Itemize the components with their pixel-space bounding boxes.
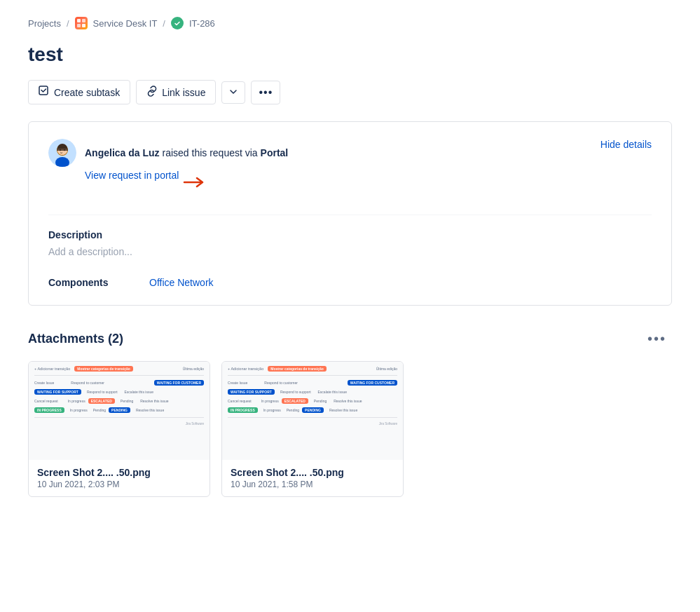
hide-details-button[interactable]: Hide details (601, 139, 652, 150)
attachment-date: 10 Jun 2021, 1:58 PM (231, 480, 394, 489)
requester-info: Angelica da Luz raised this request via … (48, 139, 288, 167)
attachment-name: Screen Shot 2.... .50.png (231, 467, 394, 478)
avatar (48, 139, 76, 167)
attachment-info: Screen Shot 2.... .50.png 10 Jun 2021, 1… (222, 460, 403, 496)
issue-type-icon (171, 17, 184, 29)
create-subtask-button[interactable]: Create subtask (28, 80, 130, 104)
attachment-thumbnail: + Adicionar transição Mostrar categorias… (222, 362, 403, 460)
breadcrumb: Projects / Service Desk IT / IT-286 (28, 17, 672, 29)
attachments-title: Attachments (2) (28, 332, 123, 346)
svg-rect-2 (77, 24, 81, 27)
more-icon: ••• (259, 86, 273, 99)
service-desk-icon (75, 17, 88, 29)
link-issue-button[interactable]: Link issue (136, 80, 216, 104)
requester-text: Angelica da Luz raised this request via … (85, 147, 288, 158)
svg-rect-3 (82, 24, 85, 27)
svg-rect-1 (82, 19, 85, 22)
description-placeholder[interactable]: Add a description... (48, 246, 652, 257)
attachments-header: Attachments (2) ••• (28, 328, 672, 350)
svg-point-11 (64, 149, 65, 151)
attachments-more-button[interactable]: ••• (642, 328, 672, 350)
attachments-section: Attachments (2) ••• + Adicionar transiçã… (28, 328, 672, 497)
detail-card: Angelica da Luz raised this request via … (28, 121, 672, 306)
breadcrumb-service-desk[interactable]: Service Desk IT (93, 18, 158, 29)
page-title: test (28, 43, 672, 66)
more-options-button[interactable]: ••• (251, 81, 280, 104)
link-issue-label: Link issue (162, 87, 205, 98)
requester-row: Angelica da Luz raised this request via … (48, 139, 652, 167)
components-row: Components Office Network (48, 274, 652, 288)
toolbar: Create subtask Link issue ••• (28, 80, 672, 104)
attachment-date: 10 Jun 2021, 2:03 PM (37, 480, 201, 489)
components-label: Components (48, 277, 132, 288)
component-value[interactable]: Office Network (149, 277, 214, 288)
breadcrumb-sep1: / (67, 18, 69, 29)
view-portal-link[interactable]: View request in portal (85, 170, 179, 181)
attachment-card[interactable]: + Adicionar transição Mostrar categorias… (28, 361, 210, 497)
create-subtask-icon (39, 86, 50, 99)
dropdown-button[interactable] (221, 81, 245, 104)
view-portal-wrapper: View request in portal (85, 170, 652, 198)
breadcrumb-projects[interactable]: Projects (28, 18, 61, 29)
create-subtask-label: Create subtask (54, 87, 120, 98)
breadcrumb-sep2: / (163, 18, 165, 29)
svg-rect-5 (39, 86, 48, 95)
attachment-name: Screen Shot 2.... .50.png (37, 467, 201, 478)
attachment-info: Screen Shot 2.... .50.png 10 Jun 2021, 2… (29, 460, 210, 496)
requester-name: Angelica da Luz (85, 147, 160, 158)
breadcrumb-issue[interactable]: IT-286 (189, 18, 215, 29)
portal-label: Portal (261, 147, 289, 158)
attachment-card[interactable]: + Adicionar transição Mostrar categorias… (221, 361, 404, 497)
chevron-down-icon (229, 87, 238, 98)
description-label: Description (48, 229, 652, 240)
svg-rect-0 (77, 19, 81, 22)
description-section: Description Add a description... (48, 215, 652, 257)
arrow-icon (183, 175, 208, 193)
attachments-grid: + Adicionar transição Mostrar categorias… (28, 361, 672, 497)
link-icon (146, 86, 158, 99)
svg-point-10 (60, 149, 61, 151)
attachment-thumbnail: + Adicionar transição Mostrar categorias… (29, 362, 210, 460)
